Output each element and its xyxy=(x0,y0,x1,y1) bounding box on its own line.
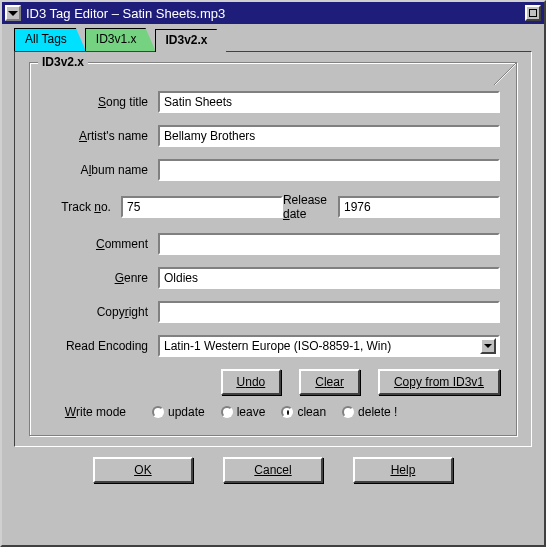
comment-label: Comment xyxy=(46,237,158,251)
genre-input[interactable] xyxy=(158,267,500,289)
radio-leave[interactable]: leave xyxy=(221,405,266,419)
group-title: ID3v2.x xyxy=(38,55,88,69)
radio-clean[interactable]: clean xyxy=(281,405,326,419)
radio-delete[interactable]: delete ! xyxy=(342,405,397,419)
maximize-button[interactable] xyxy=(525,5,541,21)
title-bar[interactable]: ID3 Tag Editor – Satin Sheets.mp3 xyxy=(2,2,544,24)
window-title: ID3 Tag Editor – Satin Sheets.mp3 xyxy=(26,6,525,21)
write-mode-label: Write mode xyxy=(46,405,136,419)
copyright-label: Copyright xyxy=(46,305,158,319)
encoding-select[interactable]: Latin-1 Western Europe (ISO-8859-1, Win) xyxy=(158,335,500,357)
artist-label: Artist's name xyxy=(46,129,158,143)
svg-marker-0 xyxy=(8,11,18,16)
artist-input[interactable] xyxy=(158,125,500,147)
tab-id3v2[interactable]: ID3v2.x xyxy=(155,29,227,52)
song-title-input[interactable] xyxy=(158,91,500,113)
copyright-input[interactable] xyxy=(158,301,500,323)
cancel-button[interactable]: Cancel xyxy=(223,457,323,483)
track-input[interactable] xyxy=(121,196,283,218)
encoding-value: Latin-1 Western Europe (ISO-8859-1, Win) xyxy=(164,339,391,353)
dropdown-icon[interactable] xyxy=(480,338,496,354)
help-button[interactable]: Help xyxy=(353,457,453,483)
system-menu-icon[interactable] xyxy=(5,5,21,21)
copy-from-id3v1-button[interactable]: Copy from ID3v1 xyxy=(378,369,500,395)
undo-button[interactable]: Undo xyxy=(221,369,282,395)
main-window: ID3 Tag Editor – Satin Sheets.mp3 All Ta… xyxy=(0,0,546,547)
encoding-label: Read Encoding xyxy=(46,339,158,353)
radio-update[interactable]: update xyxy=(152,405,205,419)
genre-label: Genre xyxy=(46,271,158,285)
id3v2-group: ID3v2.x Song title Artist's name Album n… xyxy=(29,62,517,436)
release-date-input[interactable] xyxy=(338,196,500,218)
tab-id3v1[interactable]: ID3v1.x xyxy=(85,28,156,51)
comment-input[interactable] xyxy=(158,233,500,255)
tab-strip: All Tags ID3v1.x ID3v2.x xyxy=(14,28,544,51)
tab-panel: ID3v2.x Song title Artist's name Album n… xyxy=(14,51,532,447)
release-date-label: Release date xyxy=(283,193,338,221)
ok-button[interactable]: OK xyxy=(93,457,193,483)
album-input[interactable] xyxy=(158,159,500,181)
track-label: Track no. xyxy=(46,200,121,214)
clear-button[interactable]: Clear xyxy=(299,369,360,395)
tab-all-tags[interactable]: All Tags xyxy=(14,28,86,51)
song-title-label: Song title xyxy=(46,95,158,109)
album-label: Album name xyxy=(46,163,158,177)
